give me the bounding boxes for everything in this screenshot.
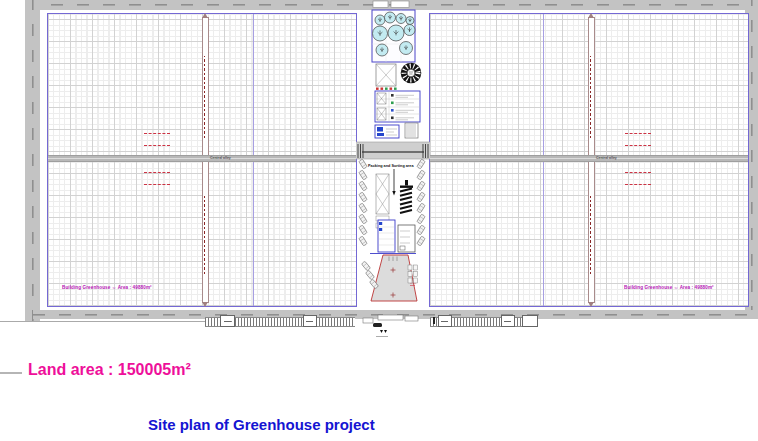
dimension-mark	[625, 184, 651, 185]
site-plan-image: Central alley Building Greenhouse ⇔ Area…	[0, 0, 758, 441]
dimension-mark	[625, 133, 651, 134]
packing-arrowhead-icon	[392, 191, 395, 196]
car-icon	[373, 323, 382, 327]
fence-gate-icon	[438, 315, 452, 327]
site-boundary-line	[0, 321, 205, 322]
store-building	[398, 225, 415, 252]
central-alley-label: Central alley	[596, 156, 617, 160]
dimension-mark	[625, 145, 651, 146]
water-tank-station	[372, 10, 415, 62]
greenhouse-right-label: Building Greenhouse ⇔ Area : 49880m²	[624, 285, 714, 290]
service-strip: Packing and Sorting area	[356, 0, 430, 340]
parked-cars-right	[417, 159, 426, 246]
hatched-shed	[405, 123, 418, 138]
perimeter-road-left	[25, 0, 40, 322]
basin-icon	[376, 64, 396, 86]
conveyor-hatch	[400, 180, 413, 213]
fence-gate-icon	[220, 315, 235, 327]
fence-end-post	[522, 315, 538, 327]
page-title: Site plan of Greenhouse project	[148, 416, 375, 433]
fence-post-marker	[433, 317, 435, 324]
central-alley-label: Central alley	[210, 156, 231, 160]
central-alley: Central alley	[430, 155, 748, 162]
fan-icon	[401, 63, 422, 84]
greenhouse-right: Central alley Building Greenhouse ⇔ Area…	[429, 13, 749, 307]
loading-crossing	[356, 142, 430, 159]
corridor-arrow-down-icon	[588, 302, 594, 307]
top-shed	[373, 1, 388, 8]
packhouse	[378, 220, 395, 252]
dimension-mark	[144, 172, 170, 173]
corridor-arrow-down-icon	[202, 302, 208, 307]
dimension-mark	[144, 145, 170, 146]
top-shed	[391, 1, 409, 8]
gate-house	[363, 315, 418, 337]
dimension-mark	[144, 184, 170, 185]
land-area-leader-line	[0, 372, 22, 374]
corridor-arrow-up-icon	[588, 13, 594, 18]
marker-chips	[376, 88, 397, 90]
greenhouse-left-label: Building Greenhouse ⇔ Area : 49880m²	[62, 285, 152, 290]
dimension-mark	[144, 133, 170, 134]
greenhouse-left: Central alley Building Greenhouse ⇔ Area…	[47, 13, 357, 307]
central-alley: Central alley	[48, 155, 356, 162]
corridor-arrow-up-icon	[202, 13, 208, 18]
fence-gate-icon	[501, 315, 515, 327]
dimension-mark	[625, 172, 651, 173]
fence-gate-icon	[303, 315, 317, 327]
legend-panel	[375, 91, 420, 122]
pump-house	[375, 125, 399, 138]
packing-area-label: Packing and Sorting area	[368, 164, 414, 168]
land-area-label: Land area : 150005m²	[28, 361, 191, 379]
parked-cars-left	[359, 159, 379, 289]
